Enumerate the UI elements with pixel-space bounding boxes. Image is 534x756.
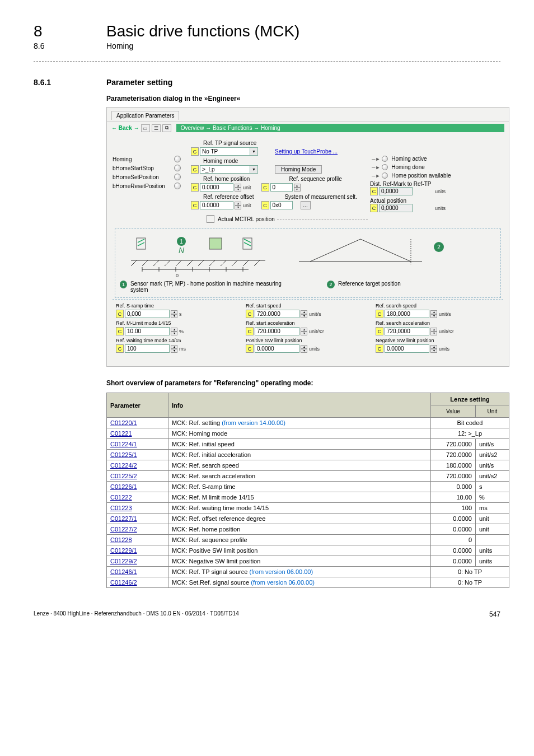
- svg-line-17: [243, 260, 249, 266]
- spinner-icon[interactable]: ▴▾: [171, 328, 177, 335]
- svg-line-8: [142, 260, 148, 266]
- spinner-icon[interactable]: ▴▾: [430, 328, 437, 335]
- parameter-link[interactable]: C01229/2: [110, 558, 137, 564]
- input-ref-wait[interactable]: 100: [125, 344, 170, 353]
- parameter-link[interactable]: C01221: [110, 430, 132, 437]
- unit-label: unit/s: [439, 311, 451, 317]
- toolbar-icon-2[interactable]: ☰: [152, 124, 161, 132]
- c-badge: C: [261, 201, 269, 209]
- input-ref-offset[interactable]: 0.0000: [200, 201, 233, 209]
- input-sys-meas[interactable]: 0x0: [270, 201, 293, 209]
- chevron-down-icon[interactable]: ▼: [250, 165, 258, 174]
- value-cell: 720.0000: [431, 450, 476, 460]
- checkbox-actual-mctrl[interactable]: [207, 215, 214, 223]
- chapter-number: 8: [34, 22, 106, 40]
- parameter-link[interactable]: C01222: [110, 494, 132, 501]
- parameter-link[interactable]: C01246/1: [110, 568, 137, 575]
- parameter-link[interactable]: C01225/1: [110, 451, 137, 458]
- toolbar-icon-1[interactable]: ▭: [141, 124, 150, 132]
- parameter-link[interactable]: C01227/1: [110, 515, 137, 522]
- led-icon: [382, 164, 388, 170]
- label-homing-done: Homing done: [391, 164, 424, 170]
- input-neg-swlimit[interactable]: 0.0000: [385, 344, 429, 353]
- input-ref-home-position[interactable]: 0.0000: [200, 183, 233, 192]
- input-pos-swlimit[interactable]: 0.0000: [255, 344, 299, 353]
- spinner-icon[interactable]: ▴▾: [301, 345, 307, 353]
- spinner-icon[interactable]: ▴▾: [430, 310, 437, 318]
- input-ref-sramp[interactable]: 0,000: [125, 310, 170, 318]
- led-icon: [174, 174, 181, 180]
- label-neg-swlimit: Negative SW limit position: [376, 338, 500, 343]
- back-button[interactable]: ← Back: [111, 125, 132, 131]
- input-ref-searchspd[interactable]: 180,0000: [385, 310, 429, 318]
- toolbar-icon-3[interactable]: ⧉: [162, 124, 171, 132]
- table-row: C01224/1MCK: Ref. initial speed720.0000u…: [107, 439, 509, 450]
- unit-cell: unit/s: [476, 439, 509, 450]
- parameter-link[interactable]: C01225/2: [110, 473, 137, 479]
- label-ref-tp-source: Ref. TP signal source: [203, 140, 256, 146]
- th-unit: Unit: [476, 405, 509, 418]
- footer-text: Lenze · 8400 HighLine · Referenzhandbuch…: [34, 610, 239, 618]
- svg-text:N: N: [179, 246, 185, 255]
- ellipsis-button[interactable]: ...: [301, 201, 311, 209]
- input-ref-startspd[interactable]: 720.0000: [255, 310, 299, 318]
- legend-text-2: Reference target position: [338, 281, 401, 293]
- spinner-icon[interactable]: ▴▾: [171, 310, 177, 318]
- parameter-link[interactable]: C01223: [110, 505, 132, 511]
- label-bhomeresetposition: bHomeResetPosition: [113, 183, 174, 189]
- parameter-link[interactable]: C01224/2: [110, 462, 137, 469]
- link-setup-touchprobe[interactable]: Setting up TouchProbe ...: [275, 148, 338, 155]
- label-actual-position: Actual position: [370, 198, 406, 204]
- svg-text:1: 1: [180, 239, 183, 245]
- value-cell: 0.0000: [431, 556, 476, 567]
- parameter-link[interactable]: C01228: [110, 536, 132, 543]
- legend-marker-1: 1: [120, 281, 127, 288]
- spinner-icon[interactable]: ▴▾: [171, 345, 177, 353]
- spinner-icon[interactable]: ▴▾: [235, 184, 241, 192]
- value-cell: 720.0000: [431, 471, 476, 482]
- button-homing-mode[interactable]: Homing Mode: [275, 165, 322, 174]
- input-ref-searchacc[interactable]: 720,0000: [385, 327, 429, 335]
- forward-button[interactable]: →: [134, 125, 139, 131]
- th-info: Info: [168, 393, 431, 418]
- parameter-link[interactable]: C01226/1: [110, 483, 137, 490]
- output-dist-refmark: 0,0000: [379, 187, 413, 195]
- parameter-link[interactable]: C01220/1: [110, 419, 137, 426]
- parameter-link[interactable]: C01246/2: [110, 579, 137, 586]
- subsection-number: 8.6.1: [34, 78, 106, 87]
- table-row: C01246/1MCK: Ref. TP signal source (from…: [107, 567, 509, 577]
- c-badge: C: [191, 201, 199, 209]
- label-actual-mctrl: Actual MCTRL position: [218, 216, 275, 222]
- arrow-right-icon: ─►: [372, 173, 380, 179]
- spinner-icon[interactable]: ▴▾: [301, 328, 307, 335]
- info-cell: MCK: Ref. sequence profile: [168, 535, 431, 545]
- spinner-icon[interactable]: ▴▾: [430, 345, 437, 353]
- version-note: (from version 14.00.00): [222, 419, 285, 426]
- c-badge: C: [191, 183, 199, 192]
- breadcrumb: Overview → Basic Functions → Homing: [176, 124, 504, 132]
- unit-cell: units: [476, 545, 509, 556]
- input-ref-seq-profile[interactable]: 0: [270, 183, 293, 192]
- parameter-link[interactable]: C01224/1: [110, 441, 137, 447]
- parameter-link[interactable]: C01227/2: [110, 526, 137, 533]
- chevron-down-icon[interactable]: ▼: [250, 147, 258, 156]
- table-row: C01224/2MCK: Ref. search speed180.0000un…: [107, 460, 509, 471]
- tab-application-parameters[interactable]: Application Parameters: [111, 111, 179, 120]
- engineer-dialog: Application Parameters ← Back → ▭ ☰ ⧉ Ov…: [106, 107, 509, 367]
- c-badge: C: [116, 344, 124, 353]
- value-cell: 0.0000: [431, 545, 476, 556]
- label-ref-startspd: Ref. start speed: [246, 303, 370, 309]
- unit-label: unit: [243, 203, 251, 208]
- select-ref-tp-source[interactable]: No TP: [200, 147, 250, 156]
- c-badge: C: [191, 165, 199, 174]
- parameter-link[interactable]: C01229/1: [110, 547, 137, 554]
- spinner-icon[interactable]: ▴▾: [235, 202, 241, 209]
- input-ref-startacc[interactable]: 720.0000: [255, 327, 299, 335]
- svg-line-13: [198, 260, 204, 266]
- spinner-icon[interactable]: ▴▾: [294, 184, 301, 192]
- spinner-icon[interactable]: ▴▾: [301, 310, 307, 318]
- select-homing-mode[interactable]: >_Lp: [200, 165, 250, 174]
- label-homing-active: Homing active: [391, 156, 427, 162]
- input-ref-mlimit[interactable]: 10.00: [125, 327, 170, 335]
- unit-cell: unit/s: [476, 460, 509, 471]
